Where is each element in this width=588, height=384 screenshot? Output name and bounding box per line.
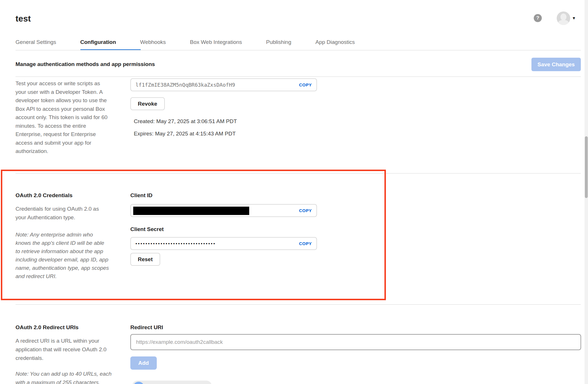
reset-button[interactable]: Reset bbox=[130, 253, 160, 266]
client-secret-field[interactable]: •••••••••••••••••••••••••••••••• COPY bbox=[130, 237, 317, 250]
redirect-uris-description: A redirect URI is a URL within yourappli… bbox=[16, 337, 122, 362]
divider bbox=[16, 76, 581, 77]
tab-webhooks[interactable]: Webhooks bbox=[140, 39, 166, 45]
tab-bar-divider bbox=[16, 50, 581, 51]
client-id-field[interactable]: COPY bbox=[130, 204, 317, 217]
person-icon bbox=[560, 13, 566, 20]
save-changes-button[interactable]: Save Changes bbox=[531, 58, 581, 71]
divider bbox=[16, 173, 581, 174]
page-title: test bbox=[16, 14, 31, 24]
redirect-uri-input[interactable] bbox=[130, 334, 581, 350]
redirect-uris-heading: OAuth 2.0 Redirect URIs bbox=[16, 324, 79, 331]
client-secret-masked-value: •••••••••••••••••••••••••••••••• bbox=[136, 241, 299, 246]
revoke-button[interactable]: Revoke bbox=[130, 97, 165, 110]
avatar[interactable] bbox=[557, 11, 570, 25]
section-subtitle: Manage authentication methods and app pe… bbox=[16, 61, 155, 67]
developer-token-description: Test your access or write scripts asyour… bbox=[16, 79, 122, 156]
client-id-redaction bbox=[133, 207, 249, 215]
developer-token-value: lf1fZmIE38AZM5nQqBR63kaZxsDAofH9 bbox=[136, 82, 299, 88]
oauth-credentials-heading: OAuth 2.0 Credentials bbox=[16, 192, 73, 199]
developer-token-field[interactable]: lf1fZmIE38AZM5nQqBR63kaZxsDAofH9 COPY bbox=[130, 78, 317, 91]
oauth-credentials-description: Credentials for using OAuth 2.0 asyour A… bbox=[16, 205, 122, 222]
tab-publishing[interactable]: Publishing bbox=[266, 39, 291, 45]
token-created-timestamp: Created: May 27, 2025 at 3:06:51 AM PDT bbox=[134, 118, 237, 125]
redirect-uri-label: Redirect URI bbox=[130, 324, 163, 331]
redirect-uri-chip[interactable] bbox=[132, 381, 212, 384]
redirect-uris-note: Note: You can add up to 40 URLs, eachwit… bbox=[16, 370, 122, 384]
tab-general-settings[interactable]: General Settings bbox=[16, 39, 56, 45]
copy-client-id-button[interactable]: COPY bbox=[299, 208, 312, 213]
box-dev-console-configuration-page: test ? ▼ General Settings Configuration … bbox=[0, 0, 588, 384]
tab-configuration[interactable]: Configuration bbox=[80, 39, 116, 45]
tab-app-diagnostics[interactable]: App Diagnostics bbox=[315, 39, 355, 45]
scrollbar-thumb[interactable] bbox=[585, 136, 588, 198]
tab-bar: General Settings Configuration Webhooks … bbox=[16, 39, 355, 45]
account-menu-caret-icon[interactable]: ▼ bbox=[572, 16, 576, 20]
client-secret-label: Client Secret bbox=[130, 226, 164, 232]
add-redirect-uri-button[interactable]: Add bbox=[130, 356, 157, 370]
copy-client-secret-button[interactable]: COPY bbox=[299, 241, 312, 246]
help-button[interactable]: ? bbox=[534, 14, 542, 22]
question-mark-icon: ? bbox=[536, 15, 539, 21]
token-expires-timestamp: Expires: May 27, 2025 at 4:15:43 AM PDT bbox=[134, 131, 236, 137]
person-icon bbox=[558, 20, 569, 25]
divider bbox=[16, 304, 581, 305]
oauth-credentials-note: Note: Any enterprise admin whoknows the … bbox=[16, 230, 122, 280]
client-id-label: Client ID bbox=[130, 192, 152, 199]
copy-token-button[interactable]: COPY bbox=[299, 82, 312, 87]
tab-box-web-integrations[interactable]: Box Web Integrations bbox=[190, 39, 242, 45]
